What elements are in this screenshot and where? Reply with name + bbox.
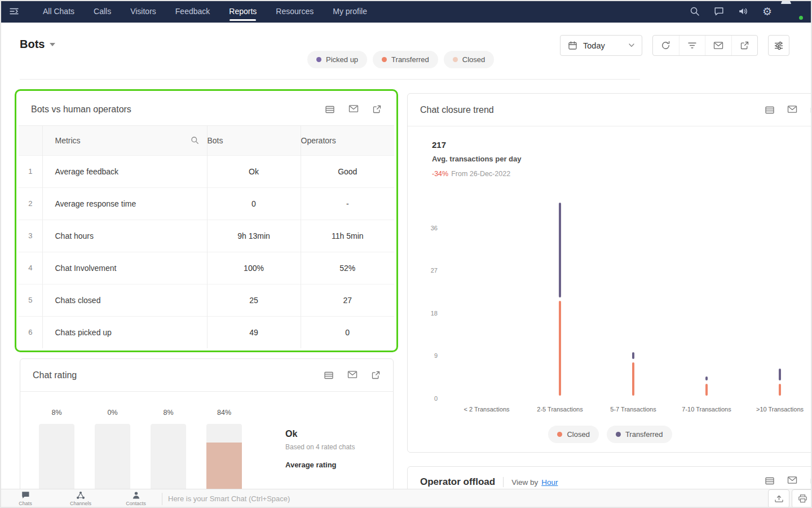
- nav-item-resources[interactable]: Resources: [276, 0, 314, 23]
- filter-icon[interactable]: [679, 36, 705, 55]
- export-icon[interactable]: [810, 105, 812, 115]
- dock-item-chats[interactable]: Chats: [10, 491, 41, 506]
- metrics-table-body: 1Average feedbackOkGood2Average response…: [19, 155, 394, 348]
- list-view-icon[interactable]: [765, 105, 775, 115]
- view-by-link[interactable]: Hour: [541, 478, 558, 487]
- table-row[interactable]: 3Chat hours9h 13min11h 5min: [19, 220, 394, 252]
- change-percent: -34%: [432, 170, 448, 178]
- y-axis-tick: 0: [415, 395, 438, 402]
- email-icon[interactable]: [787, 105, 797, 115]
- export-icon[interactable]: [372, 104, 382, 115]
- legend-chip-transferred[interactable]: Transferred: [373, 51, 438, 68]
- table-row[interactable]: 2Average response time0-: [19, 187, 394, 220]
- list-view-icon[interactable]: [325, 104, 335, 115]
- divider: [503, 477, 504, 487]
- card-actions: [765, 105, 812, 115]
- nav-item-visitors[interactable]: Visitors: [130, 0, 156, 23]
- cell-bots-value: Ok: [207, 155, 301, 187]
- x-axis-label: 7-10 Transactions: [670, 406, 743, 413]
- transferred-bar: [632, 352, 635, 360]
- card-bottom-edge: [20, 79, 640, 80]
- closure-stats: 217 Avg. transactions per day -34%From 2…: [432, 140, 521, 178]
- closure-plot: 36 27 18 9 0: [450, 201, 812, 398]
- smart-chat-input[interactable]: [168, 489, 754, 508]
- legend-chip-transferred[interactable]: Transferred: [607, 426, 672, 443]
- legend-chip-closed[interactable]: Closed: [444, 51, 494, 68]
- gear-icon[interactable]: ⚙: [762, 6, 772, 17]
- cell-operators-value: 27: [301, 284, 394, 316]
- search-icon[interactable]: [690, 6, 700, 16]
- table-row[interactable]: 1Average feedbackOkGood: [19, 155, 394, 187]
- card-title: Chat rating: [33, 370, 77, 380]
- export-icon[interactable]: [810, 476, 812, 486]
- table-row[interactable]: 5Chats closed2527: [19, 284, 394, 316]
- view-by-label: View by: [511, 478, 538, 487]
- card-actions: [325, 104, 382, 115]
- chart-column: [597, 201, 670, 398]
- cell-operators-value: 0: [301, 316, 394, 348]
- closed-bar: [779, 384, 782, 396]
- legend-label: Picked up: [326, 55, 358, 64]
- cell-operators-value: 11h 5min: [301, 220, 394, 252]
- nav-item-feedback[interactable]: Feedback: [175, 0, 210, 23]
- nav-item-all-chats[interactable]: All Chats: [43, 0, 74, 23]
- divider: [162, 493, 162, 505]
- list-view-icon[interactable]: [765, 476, 775, 486]
- table-row[interactable]: 4Chat Involvement100%52%: [19, 252, 394, 284]
- rating-label: Average rating: [285, 461, 355, 469]
- topnav-items: All Chats Calls Visitors Feedback Report…: [43, 0, 367, 23]
- closed-bar: [559, 301, 562, 396]
- table-row[interactable]: 6Chats picked up490: [19, 316, 394, 348]
- user-avatar[interactable]: [786, 3, 803, 20]
- report-selector[interactable]: Bots: [20, 38, 55, 51]
- cell-metric-name: Chat Involvement: [42, 252, 207, 284]
- email-icon[interactable]: [705, 36, 731, 55]
- speaker-icon[interactable]: [738, 6, 748, 16]
- upload-button[interactable]: [768, 489, 789, 508]
- page-title: Bots: [20, 38, 45, 51]
- legend-dot: [616, 432, 621, 437]
- nav-item-my-profile[interactable]: My profile: [333, 0, 367, 23]
- cell-metric-name: Average response time: [42, 187, 207, 220]
- chats-icon: [21, 491, 30, 500]
- print-button[interactable]: [792, 489, 812, 508]
- email-icon[interactable]: [347, 370, 358, 380]
- legend-chip-closed[interactable]: Closed: [548, 426, 598, 443]
- legend-chip-picked-up[interactable]: Picked up: [307, 51, 367, 68]
- cell-row-number: 6: [19, 316, 42, 348]
- dock-item-channels[interactable]: Channels: [65, 491, 96, 506]
- cell-row-number: 3: [19, 220, 42, 252]
- card-header: Chat closure trend: [408, 94, 812, 126]
- date-filter-button[interactable]: Today: [560, 35, 642, 56]
- cell-row-number: 4: [19, 252, 42, 284]
- export-icon[interactable]: [731, 36, 758, 55]
- column-header-label: Metrics: [55, 136, 81, 145]
- highlight-outline: Bots vs human operators: [15, 89, 398, 352]
- legend-dot: [557, 432, 562, 437]
- dock-item-contacts[interactable]: Contacts: [120, 491, 152, 506]
- nav-item-reports[interactable]: Reports: [229, 0, 257, 23]
- topnav-actions: ⚙: [690, 3, 803, 20]
- email-icon[interactable]: [787, 476, 797, 486]
- search-icon[interactable]: [191, 136, 199, 144]
- channels-icon: [76, 491, 85, 500]
- nav-item-calls[interactable]: Calls: [94, 0, 111, 23]
- chevron-down-icon: [629, 43, 634, 47]
- cell-row-number: 2: [19, 187, 42, 220]
- feedback-chat-icon[interactable]: [714, 6, 724, 16]
- list-view-icon[interactable]: [324, 370, 334, 380]
- legend-dot: [316, 57, 321, 62]
- sidebar-toggle-icon[interactable]: [9, 6, 19, 16]
- refresh-icon[interactable]: [653, 36, 679, 55]
- rating-subtext: Based on 4 rated chats: [285, 443, 355, 451]
- legend-dot: [382, 57, 387, 62]
- customize-sliders-button[interactable]: [768, 35, 789, 56]
- cell-row-number: 5: [19, 284, 42, 316]
- cell-metric-name: Chats picked up: [42, 316, 207, 348]
- export-icon[interactable]: [371, 370, 381, 380]
- rating-bar-percent: 8%: [163, 409, 173, 419]
- email-icon[interactable]: [348, 104, 359, 115]
- dock-item-label: Channels: [70, 501, 91, 506]
- stat-value: 217: [432, 140, 521, 150]
- closure-plot-columns: [450, 201, 812, 398]
